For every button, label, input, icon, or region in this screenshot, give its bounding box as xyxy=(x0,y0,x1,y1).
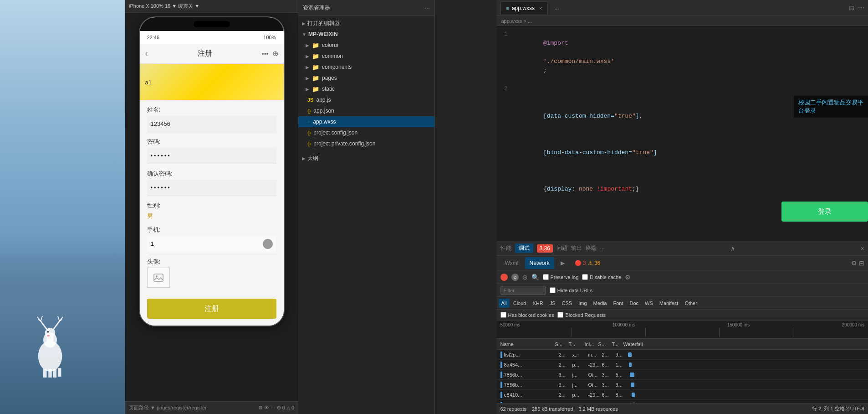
devtools-tab-more[interactable]: ▶ xyxy=(556,257,569,269)
disable-cache-checkbox[interactable] xyxy=(582,274,588,280)
hide-data-urls-label[interactable]: Hide data URLs xyxy=(550,287,593,293)
clear-icon: ⊘ xyxy=(513,275,517,279)
blocked-requests-label[interactable]: Blocked Requests xyxy=(557,312,606,318)
file-tree-menu-icon[interactable]: ··· xyxy=(424,4,430,11)
network-row-2[interactable]: 7856b... 3... j... Ot... 3... 5... xyxy=(497,370,868,380)
preserve-log-checkbox[interactable] xyxy=(543,274,549,280)
file-app-js[interactable]: JS app.js xyxy=(298,94,434,105)
filter-icon[interactable]: ⊛ xyxy=(522,274,528,281)
network-row-0[interactable]: list2p... 2... x... in... 2... 9... xyxy=(497,350,868,360)
file-app-wxss[interactable]: ≡ app.wxss xyxy=(298,116,434,127)
phone-content[interactable]: a1 姓名: 密码: 确认密码: xyxy=(140,64,284,326)
devtools-tab-perf[interactable]: 性能 xyxy=(500,244,511,252)
settings-icon-2[interactable]: ⚙ xyxy=(625,274,631,281)
devtools-tab-terminal[interactable]: 终端 xyxy=(586,244,597,252)
devtools-more-icon[interactable]: ··· xyxy=(600,245,605,252)
avatar-input-value: a1 xyxy=(145,79,152,86)
file-project-private-config[interactable]: {} project.private.config.json xyxy=(298,138,434,149)
network-table[interactable]: Name S... T... Ini... S... T... Waterfal… xyxy=(497,339,868,403)
has-blocked-cookies-checkbox[interactable] xyxy=(500,312,506,318)
folder-pages[interactable]: ▶ 📁 pages xyxy=(298,72,434,83)
filter-font[interactable]: Font xyxy=(611,299,626,308)
devtools-tab-output[interactable]: 输出 xyxy=(571,244,582,252)
header-name: Name xyxy=(500,342,555,347)
filter-js[interactable]: JS xyxy=(547,299,558,308)
nav-circle[interactable]: ⊕ xyxy=(272,49,278,58)
network-row-5[interactable]: uploa... 3... / -29... 0... 2... xyxy=(497,400,868,403)
login-button-text: 登录 xyxy=(818,207,832,216)
editor-split-icon[interactable]: ⊟ xyxy=(849,4,854,11)
devtools-tab-debug[interactable]: 调试 xyxy=(515,243,533,253)
network-row-1[interactable]: 8a454... 2... p... -29... 6... 1... xyxy=(497,360,868,370)
has-blocked-cookies-label[interactable]: Has blocked cookies xyxy=(500,312,554,318)
avatar-upload-button[interactable] xyxy=(147,268,170,288)
outline-section[interactable]: ▶ 大纲 xyxy=(298,153,434,164)
devtools-tab-issues[interactable]: 问题 xyxy=(557,244,567,252)
row-status-4: 2... xyxy=(559,392,572,398)
disable-cache-label[interactable]: Disable cache xyxy=(582,274,621,280)
row-indicator-2 xyxy=(500,372,502,378)
preserve-log-label[interactable]: Preserve log xyxy=(543,274,579,280)
tab-app-wxss[interactable]: ≡ app.wxss × xyxy=(500,1,548,14)
confirm-password-input[interactable] xyxy=(147,180,276,196)
editor-more-icon[interactable]: ⋯ xyxy=(858,4,864,11)
phone-slider-thumb[interactable] xyxy=(263,239,273,249)
row-type-3: j... xyxy=(572,382,588,388)
nav-dots[interactable]: ••• xyxy=(262,50,269,57)
dock-icon[interactable]: ⊟ xyxy=(859,259,864,267)
folder-common[interactable]: ▶ 📁 common xyxy=(298,51,434,62)
devtools-tab-badge[interactable]: 3,36 xyxy=(537,244,553,253)
devtools-expand-btn[interactable]: ∧ xyxy=(730,245,735,252)
record-stop-button[interactable] xyxy=(500,274,508,281)
folder-colorui[interactable]: ▶ 📁 colorui xyxy=(298,40,434,51)
filter-doc[interactable]: Doc xyxy=(627,299,642,308)
login-button-overlay[interactable]: 登录 xyxy=(781,202,868,222)
filter-ws[interactable]: WS xyxy=(642,299,656,308)
folder-components[interactable]: ▶ 📁 components xyxy=(298,62,434,72)
nav-back-icon[interactable]: ‹ xyxy=(145,49,148,58)
devtools-tab-network[interactable]: Network xyxy=(525,257,554,269)
phone-input[interactable] xyxy=(147,240,263,247)
devtools-close-btn[interactable]: × xyxy=(861,245,864,252)
search-icon[interactable]: 🔍 xyxy=(531,274,539,281)
hide-data-urls-checkbox[interactable] xyxy=(550,287,556,293)
editor-breadcrumb: app.wxss > ... xyxy=(497,16,868,26)
filter-css[interactable]: CSS xyxy=(559,299,575,308)
filter-manifest[interactable]: Manifest xyxy=(657,299,681,308)
settings-icon[interactable]: ⚙ xyxy=(851,259,857,267)
name-input[interactable] xyxy=(147,116,276,132)
filter-xhr[interactable]: XHR xyxy=(530,299,546,308)
filter-all[interactable]: All xyxy=(499,299,510,308)
outline-label: 大纲 xyxy=(307,155,318,162)
folder-icon-components: 📁 xyxy=(312,64,319,71)
register-button[interactable]: 注册 xyxy=(147,299,276,319)
row-size-4: 6... xyxy=(602,392,616,398)
folder-icon-static: 📁 xyxy=(312,86,319,93)
svg-line-7 xyxy=(41,316,42,321)
filter-media[interactable]: Media xyxy=(591,299,610,308)
file-project-config[interactable]: {} project.config.json xyxy=(298,127,434,138)
root-section[interactable]: ▼ MP-WEIXIN xyxy=(298,29,434,40)
filter-img[interactable]: Img xyxy=(576,299,589,308)
footer-resources: 3.2 MB resources xyxy=(578,406,618,412)
filter-cloud[interactable]: Cloud xyxy=(511,299,529,308)
confirm-password-field-group: 确认密码: xyxy=(147,170,276,196)
network-row-4[interactable]: e8410... 2... p... -29... 6... 8... xyxy=(497,390,868,400)
row-status-1: 2... xyxy=(559,362,572,367)
network-row-3[interactable]: 7856b... 3... j... Ot... 3... 3... xyxy=(497,380,868,390)
open-files-section[interactable]: ▶ 打开的编辑器 xyxy=(298,18,434,29)
tab-ellipsis[interactable]: ... xyxy=(549,1,564,14)
filter-other[interactable]: Other xyxy=(682,299,700,308)
file-app-json[interactable]: {} app.json xyxy=(298,105,434,116)
row-initiator-1: -29... xyxy=(588,362,602,367)
password-input[interactable] xyxy=(147,148,276,164)
network-toolbar: ⊘ ⊛ 🔍 Preserve log Disable cache ⚙ xyxy=(497,270,868,284)
blocked-requests-checkbox[interactable] xyxy=(557,312,563,318)
folder-static[interactable]: ▶ 📁 static xyxy=(298,83,434,94)
filter-input[interactable] xyxy=(500,286,546,295)
avatar-upload-group: 头像: xyxy=(147,258,276,288)
tab-close-icon[interactable]: × xyxy=(539,5,542,11)
file-tree-content[interactable]: ▶ 打开的编辑器 ▼ MP-WEIXIN ▶ 📁 colorui ▶ 📁 com… xyxy=(298,16,434,414)
devtools-tab-wxml[interactable]: Wxml xyxy=(500,257,523,269)
clear-button[interactable]: ⊘ xyxy=(511,274,519,281)
